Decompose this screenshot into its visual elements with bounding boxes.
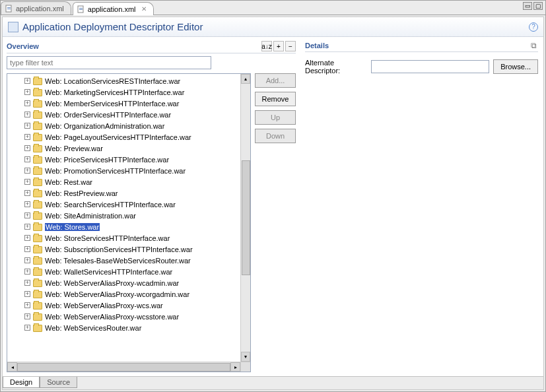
expand-icon[interactable]: + — [24, 190, 30, 196]
scroll-thumb-horizontal[interactable] — [17, 363, 230, 372]
editor-title-bar: Application Deployment Descriptor Editor… — [3, 17, 543, 37]
remove-button[interactable]: Remove — [255, 92, 296, 106]
expand-icon[interactable]: + — [24, 313, 30, 319]
tree-item-label: Web: LocationServicesRESTInterface.war — [45, 77, 180, 85]
expand-icon[interactable]: + — [24, 145, 30, 151]
tree-item[interactable]: +Web: WebServerAliasProxy-wcadmin.war — [7, 277, 240, 288]
browse-button[interactable]: Browse... — [493, 59, 538, 74]
tree-item[interactable]: +Web: PriceServicesHTTPInterface.war — [7, 154, 240, 165]
tree-item[interactable]: +Web: Rest.war — [7, 176, 240, 187]
filter-input[interactable] — [7, 56, 211, 69]
expand-icon[interactable]: + — [24, 212, 30, 218]
folder-icon — [33, 112, 42, 119]
tree-item[interactable]: +Web: WebServerAliasProxy-wcs.war — [7, 300, 240, 311]
tree-item[interactable]: +Web: PageLayoutServicesHTTPInterface.wa… — [7, 131, 240, 143]
horizontal-scrollbar[interactable]: ◂ ▸ — [7, 362, 240, 372]
tree-item[interactable]: +Web: Stores.war — [7, 221, 240, 232]
tree-item-label: Web: Telesales-BaseWebServicesRouter.war — [45, 257, 191, 265]
tree-item[interactable]: +Web: WebServerAliasProxy-wcorgadmin.war — [7, 288, 240, 300]
tree-item[interactable]: +Web: MemberServicesHTTPInterface.war — [7, 98, 240, 109]
folder-icon — [33, 302, 42, 310]
expand-icon[interactable]: + — [24, 325, 30, 331]
expand-icon[interactable]: + — [24, 179, 30, 185]
add-button[interactable]: Add... — [255, 73, 296, 88]
expand-icon[interactable]: + — [24, 134, 30, 140]
tree-item[interactable]: +Web: WalletServicesHTTPInterface.war — [7, 266, 240, 277]
folder-icon — [33, 145, 42, 152]
alternate-descriptor-input[interactable] — [371, 60, 489, 73]
expand-icon[interactable]: + — [24, 257, 30, 263]
tree-item-label: Web: OrderServicesHTTPInterface.war — [45, 111, 171, 119]
scroll-left-button[interactable]: ◂ — [7, 362, 17, 372]
tab-application-xml-inactive[interactable]: application.xml — [1, 1, 71, 15]
file-icon — [77, 5, 85, 13]
tree-item[interactable]: +Web: LocationServicesRESTInterface.war — [7, 75, 240, 86]
tree-item[interactable]: +Web: Telesales-BaseWebServicesRouter.wa… — [7, 255, 240, 266]
tree-item[interactable]: +Web: StoreServicesHTTPInterface.war — [7, 232, 240, 244]
expand-icon[interactable]: + — [24, 280, 30, 286]
editor-body: Application Deployment Descriptor Editor… — [2, 16, 544, 390]
help-icon[interactable]: ? — [529, 22, 538, 32]
expand-icon[interactable]: + — [24, 168, 30, 174]
folder-icon — [33, 325, 42, 332]
expand-icon[interactable]: + — [24, 224, 30, 230]
tree-item[interactable]: +Web: OrderServicesHTTPInterface.war — [7, 109, 240, 120]
tab-design[interactable]: Design — [3, 377, 40, 388]
module-tree[interactable]: +Web: LocationServicesRESTInterface.war+… — [7, 74, 240, 335]
down-button[interactable]: Down — [255, 129, 296, 143]
tree-item[interactable]: +Web: OrganizationAdministration.war — [7, 120, 240, 131]
module-tree-container: +Web: LocationServicesRESTInterface.war+… — [7, 73, 251, 372]
expand-icon[interactable]: + — [24, 100, 30, 106]
expand-icon[interactable]: + — [24, 235, 30, 241]
expand-icon[interactable]: + — [24, 89, 30, 95]
expand-icon[interactable]: + — [24, 291, 30, 297]
vertical-scrollbar[interactable]: ▴ ▾ — [240, 74, 250, 362]
up-button[interactable]: Up — [255, 110, 296, 125]
top-tab-bar: application.xml application.xml ✕ ▭ ▢ — [1, 1, 545, 15]
expand-icon[interactable]: + — [24, 269, 30, 275]
tree-item-label: Web: Preview.war — [45, 145, 103, 152]
folder-icon — [33, 156, 42, 164]
tree-item-label: Web: StoreServicesHTTPInterface.war — [45, 234, 170, 242]
expand-all-button[interactable]: + — [273, 41, 284, 51]
tree-item[interactable]: +Web: WebServerAliasProxy-wcsstore.war — [7, 311, 240, 322]
tree-item-label: Web: SubscriptionServicesHTTPInterface.w… — [45, 245, 193, 253]
tree-item-label: Web: MarketingServicesHTTPInterface.war — [45, 88, 184, 96]
expand-icon[interactable]: + — [24, 112, 30, 117]
scroll-right-button[interactable]: ▸ — [230, 362, 240, 372]
expand-icon[interactable]: + — [24, 123, 30, 129]
maximize-button[interactable]: ▢ — [533, 2, 543, 10]
tree-item-label: Web: PriceServicesHTTPInterface.war — [45, 156, 169, 164]
overview-title: Overview — [7, 42, 261, 50]
tree-item[interactable]: +Web: RestPreview.war — [7, 187, 240, 199]
tab-application-xml-active[interactable]: application.xml ✕ — [73, 2, 154, 15]
tree-item-label: Web: RestPreview.war — [45, 189, 118, 197]
tree-item[interactable]: +Web: WebServicesRouter.war — [7, 322, 240, 333]
scroll-up-button[interactable]: ▴ — [241, 74, 250, 84]
restore-icon[interactable]: ⧉ — [529, 41, 538, 50]
tree-item[interactable]: +Web: SubscriptionServicesHTTPInterface.… — [7, 244, 240, 255]
tree-item[interactable]: +Web: PromotionServicesHTTPInterface.war — [7, 165, 240, 176]
collapse-all-button[interactable]: − — [285, 41, 296, 51]
close-icon[interactable]: ✕ — [141, 5, 147, 13]
folder-icon — [33, 134, 42, 141]
sort-button[interactable]: a↓z — [261, 41, 272, 51]
tree-item[interactable]: +Web: MarketingServicesHTTPInterface.war — [7, 86, 240, 98]
tree-item-label: Web: WebServerAliasProxy-wcs.war — [45, 302, 163, 310]
tree-item-label: Web: WebServerAliasProxy-wcadmin.war — [45, 279, 179, 287]
expand-icon[interactable]: + — [24, 201, 30, 207]
scroll-thumb-vertical[interactable] — [242, 160, 250, 275]
tab-source[interactable]: Source — [40, 377, 77, 388]
tree-item[interactable]: +Web: Preview.war — [7, 143, 240, 154]
tree-item[interactable]: +Web: SearchServicesHTTPInterface.war — [7, 199, 240, 210]
folder-icon — [33, 190, 42, 197]
tree-item[interactable]: +Web: SiteAdministration.war — [7, 210, 240, 221]
tree-item-label: Web: WalletServicesHTTPInterface.war — [45, 268, 172, 276]
expand-icon[interactable]: + — [24, 78, 30, 84]
file-icon — [5, 5, 13, 13]
scroll-down-button[interactable]: ▾ — [241, 352, 250, 362]
expand-icon[interactable]: + — [24, 246, 30, 252]
expand-icon[interactable]: + — [24, 156, 30, 162]
minimize-button[interactable]: ▭ — [523, 2, 532, 10]
expand-icon[interactable]: + — [24, 302, 30, 308]
